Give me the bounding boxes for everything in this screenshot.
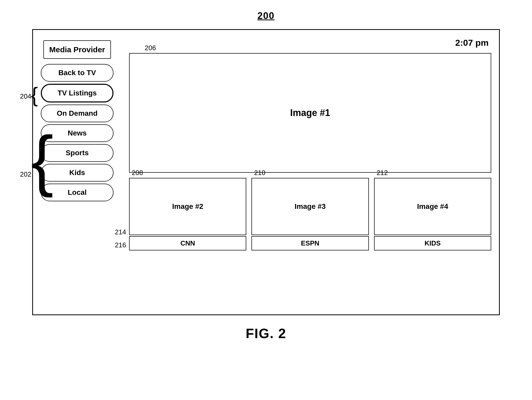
thumbnail-row: 208 214 Image #2 216 CNN 210 Image #3 ES… [129,178,491,250]
thumbnail-image-3: Image #4 [374,178,491,235]
label-216: 216 [115,241,126,249]
label-206: 206 [145,44,156,52]
nav-button-on-demand[interactable]: On Demand [41,105,114,122]
main-image-container: Image #1 [129,53,491,173]
figure-caption: FIG. 2 [246,326,286,341]
thumbnail-item-2: 210 Image #3 ESPN [251,178,369,250]
main-image-label: Image #1 [290,107,330,118]
label-202: 202 [20,170,31,178]
thumbnail-image-1: Image #2 [129,178,246,235]
nav-button-tv-listings[interactable]: TV Listings [41,84,114,102]
thumbnail-caption-1: CNN [129,236,246,250]
sidebar: { 204 { 202 Media Provider Back to TV TV… [38,38,121,307]
thumbnail-item-1: 208 214 Image #2 216 CNN [129,178,246,250]
nav-button-back-to-tv[interactable]: Back to TV [41,64,114,82]
label-214: 214 [115,228,126,236]
media-provider-box: Media Provider [43,40,111,59]
brace-202: { [31,126,54,194]
time-display: 2:07 pm [455,38,489,48]
thumbnail-caption-3: KIDS [374,236,491,250]
label-208: 208 [132,169,143,177]
label-210: 210 [254,169,265,177]
thumbnail-row-wrapper: 208 214 Image #2 216 CNN 210 Image #3 ES… [129,178,491,250]
label-212: 212 [377,169,388,177]
thumbnail-image-2: Image #3 [251,178,369,235]
thumbnail-caption-2: ESPN [251,236,369,250]
brace-204: { [31,85,38,105]
outer-container: { 204 { 202 Media Provider Back to TV TV… [32,29,500,315]
top-bar: 2:07 pm [129,38,491,48]
thumbnail-item-3: 212 Image #4 KIDS [374,178,491,250]
main-content: 2:07 pm 206 Image #1 208 214 Image #2 21… [121,38,491,307]
figure-number-top: 200 [257,10,275,21]
label-204: 204 [20,92,31,100]
